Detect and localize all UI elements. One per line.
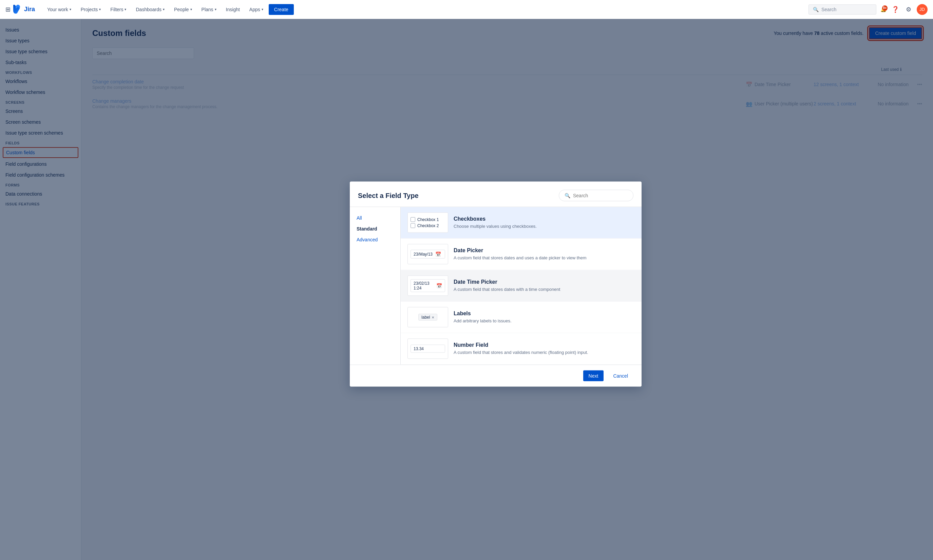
- nav-right: 🔍 Search 🔔 9+ ❓ ⚙ JD: [808, 4, 928, 15]
- field-type-number-desc: A custom field that stores and validates…: [453, 349, 635, 355]
- settings-icon[interactable]: ⚙: [905, 5, 913, 15]
- nav-plans[interactable]: Plans ▾: [197, 5, 221, 14]
- field-type-checkboxes-info: Checkboxes Choose multiple values using …: [453, 216, 635, 229]
- field-type-datetime-picker[interactable]: 23/02/13 1:24 📅 Date Time Picker A custo…: [401, 270, 642, 302]
- field-type-datetime-picker-name: Date Time Picker: [453, 279, 635, 285]
- select-field-type-dialog: Select a Field Type 🔍 All Standard Advan…: [350, 182, 642, 387]
- field-type-number-name: Number Field: [453, 342, 635, 348]
- calendar-icon: 📅: [435, 252, 441, 257]
- dialog-title: Select a Field Type: [358, 192, 419, 199]
- field-type-number-preview: 13.34: [407, 338, 448, 359]
- field-type-checkboxes-desc: Choose multiple values using checkboxes.: [453, 223, 635, 229]
- nav-people[interactable]: People ▾: [170, 5, 196, 14]
- field-type-number-info: Number Field A custom field that stores …: [453, 342, 635, 355]
- field-type-checkboxes-preview: Checkbox 1 Checkbox 2: [407, 212, 448, 233]
- nav-filters[interactable]: Filters ▾: [106, 5, 130, 14]
- dialog-sidebar: All Standard Advanced: [350, 207, 401, 365]
- search-bar[interactable]: 🔍 Search: [808, 5, 876, 15]
- field-type-datetime-picker-preview: 23/02/13 1:24 📅: [407, 275, 448, 296]
- field-type-datetime-picker-info: Date Time Picker A custom field that sto…: [453, 279, 635, 292]
- dialog-footer: Next Cancel: [350, 365, 642, 387]
- dialog-field-list: Checkbox 1 Checkbox 2 Checkboxes Choose …: [401, 207, 642, 365]
- dialog-filter-standard[interactable]: Standard: [350, 223, 400, 234]
- field-type-labels-info: Labels Add arbitrary labels to issues.: [453, 311, 635, 324]
- dialog-search-bar[interactable]: 🔍: [559, 190, 634, 202]
- nav-items: Your work ▾ Projects ▾ Filters ▾ Dashboa…: [43, 4, 808, 15]
- nav-apps[interactable]: Apps ▾: [245, 5, 267, 14]
- dialog-filter-all[interactable]: All: [350, 212, 400, 223]
- field-type-checkboxes[interactable]: Checkbox 1 Checkbox 2 Checkboxes Choose …: [401, 207, 642, 238]
- field-type-date-picker-name: Date Picker: [453, 248, 635, 254]
- field-type-date-picker-preview: 23/May/13 📅: [407, 244, 448, 265]
- field-type-number-field[interactable]: 13.34 Number Field A custom field that s…: [401, 333, 642, 365]
- user-avatar[interactable]: JD: [917, 4, 928, 15]
- create-button[interactable]: Create: [269, 4, 294, 15]
- label-chip: label ✕: [418, 314, 437, 321]
- logo[interactable]: Jira: [13, 5, 35, 14]
- calendar-icon: 📅: [436, 283, 442, 288]
- help-icon[interactable]: ❓: [890, 5, 901, 15]
- label-remove-icon[interactable]: ✕: [432, 315, 434, 319]
- field-type-checkboxes-name: Checkboxes: [453, 216, 635, 222]
- dialog-search-input[interactable]: [573, 193, 628, 198]
- search-icon: 🔍: [813, 7, 819, 12]
- field-type-labels[interactable]: label ✕ Labels Add arbitrary labels to i…: [401, 302, 642, 333]
- nav-projects[interactable]: Projects ▾: [77, 5, 105, 14]
- logo-text: Jira: [24, 6, 35, 13]
- field-type-labels-name: Labels: [453, 311, 635, 317]
- search-placeholder: Search: [821, 7, 836, 12]
- nav-insight[interactable]: Insight: [222, 5, 244, 14]
- grid-icon[interactable]: ⊞: [5, 6, 11, 13]
- dialog-body: All Standard Advanced Checkbox 1 Checkbo…: [350, 207, 642, 365]
- dialog-filter-advanced[interactable]: Advanced: [350, 234, 400, 245]
- field-type-datetime-picker-desc: A custom field that stores dates with a …: [453, 286, 635, 292]
- field-type-labels-desc: Add arbitrary labels to issues.: [453, 318, 635, 324]
- nav-dashboards[interactable]: Dashboards ▾: [132, 5, 169, 14]
- notification-badge: 9+: [882, 5, 888, 11]
- field-type-date-picker[interactable]: 23/May/13 📅 Date Picker A custom field t…: [401, 238, 642, 270]
- cancel-button[interactable]: Cancel: [608, 371, 634, 382]
- field-type-date-picker-desc: A custom field that stores dates and use…: [453, 255, 635, 261]
- dialog-header: Select a Field Type 🔍: [350, 182, 642, 207]
- dialog-search-icon: 🔍: [564, 193, 570, 198]
- notifications-bell[interactable]: 🔔 9+: [881, 7, 886, 12]
- next-button[interactable]: Next: [583, 371, 604, 382]
- top-navigation: ⊞ Jira Your work ▾ Projects ▾ Filters ▾ …: [0, 0, 933, 19]
- field-type-labels-preview: label ✕: [407, 307, 448, 328]
- nav-your-work[interactable]: Your work ▾: [43, 5, 75, 14]
- field-type-date-picker-info: Date Picker A custom field that stores d…: [453, 248, 635, 261]
